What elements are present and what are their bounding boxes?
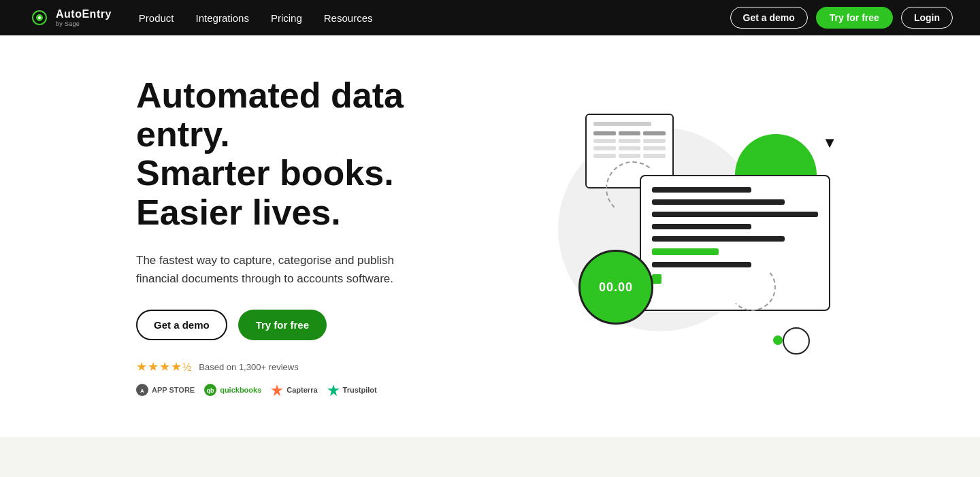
nav-login-button[interactable]: Login — [901, 7, 953, 29]
integrations-section: AutoEntry integrates with top accounting… — [0, 437, 980, 477]
appstore-icon: A — [136, 384, 148, 396]
review-stars: ★★★★½ — [136, 359, 192, 374]
small-green-dot — [773, 335, 783, 345]
svg-marker-8 — [327, 384, 340, 396]
dashed-arc-bottom — [728, 263, 776, 311]
navbar: AutoEntry by Sage Product Integrations P… — [0, 0, 980, 35]
hero-subtext: The fastest way to capture, categorise a… — [136, 251, 395, 288]
trustpilot-label: Trustpilot — [343, 386, 377, 394]
badge-appstore: A APP STORE — [136, 384, 195, 396]
capterra-label: Capterra — [287, 386, 317, 394]
logo: AutoEntry by Sage — [27, 8, 112, 27]
hero-badges: A APP STORE qb quickbooks Capterra — [136, 384, 463, 396]
hero-reviews: ★★★★½ Based on 1,300+ reviews — [136, 359, 463, 374]
small-circle-outline — [783, 327, 810, 355]
svg-point-2 — [38, 16, 41, 19]
hero-left: Automated data entry. Smarter books. Eas… — [136, 76, 463, 396]
svg-text:qb: qb — [207, 387, 214, 394]
down-arrow-icon: ▼ — [822, 134, 837, 152]
nav-pricing[interactable]: Pricing — [271, 12, 302, 24]
nav-resources[interactable]: Resources — [324, 12, 373, 24]
invoice-row-2 — [593, 139, 666, 143]
nav-get-demo-button[interactable]: Get a demo — [730, 7, 808, 29]
green-square-indicator — [652, 274, 662, 284]
autoentry-logo-icon — [27, 10, 52, 26]
svg-text:A: A — [140, 388, 144, 394]
badge-trustpilot: Trustpilot — [327, 384, 377, 396]
invoice-row-4 — [593, 154, 666, 158]
hero-buttons: Get a demo Try for free — [136, 310, 463, 340]
quickbooks-icon: qb — [204, 384, 216, 396]
svg-marker-7 — [271, 384, 283, 396]
hero-illustration-inner: ▼ — [531, 93, 871, 379]
invoice-row-3 — [593, 146, 666, 150]
logo-sub: by Sage — [56, 20, 112, 27]
trustpilot-icon — [327, 384, 340, 396]
hero-illustration: ▼ — [531, 93, 871, 379]
price-circle: 00.00 — [578, 250, 653, 325]
nav-try-free-button[interactable]: Try for free — [816, 7, 893, 29]
navbar-left: AutoEntry by Sage Product Integrations P… — [27, 8, 372, 27]
logo-name: AutoEntry — [56, 8, 112, 20]
hero-headline: Automated data entry. Smarter books. Eas… — [136, 76, 463, 232]
hero-get-demo-button[interactable]: Get a demo — [136, 310, 227, 340]
badge-quickbooks: qb quickbooks — [204, 384, 261, 396]
hero-section: Automated data entry. Smarter books. Eas… — [0, 35, 980, 437]
invoice-header-line — [593, 122, 651, 126]
nav-integrations[interactable]: Integrations — [196, 12, 249, 24]
review-text: Based on 1,300+ reviews — [199, 362, 298, 372]
capterra-icon — [271, 384, 283, 396]
badge-capterra: Capterra — [271, 384, 317, 396]
invoice-row-1 — [593, 131, 666, 135]
quickbooks-label: quickbooks — [220, 386, 261, 394]
appstore-label: APP STORE — [152, 386, 195, 394]
nav-links: Product Integrations Pricing Resources — [139, 12, 373, 24]
logo-text: AutoEntry by Sage — [56, 8, 112, 27]
navbar-right: Get a demo Try for free Login — [730, 7, 953, 29]
hero-try-free-button[interactable]: Try for free — [238, 310, 327, 340]
nav-product[interactable]: Product — [139, 12, 174, 24]
